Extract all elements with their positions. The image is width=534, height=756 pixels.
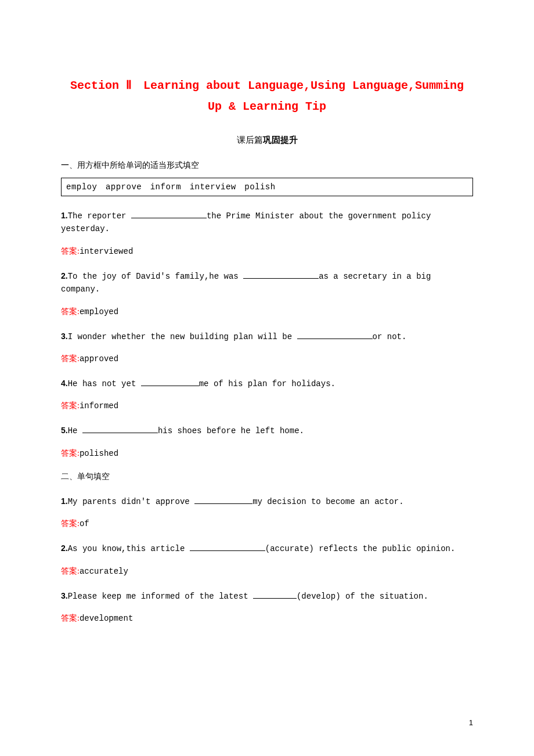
question-number: 1. [61, 496, 68, 506]
answer-5: 答案:polished [61, 448, 473, 459]
answer-value: of [80, 519, 89, 528]
answer-value: accurately [80, 567, 128, 576]
s2-answer-1: 答案:of [61, 519, 473, 529]
answer-value: development [80, 614, 133, 623]
blank-input[interactable] [190, 543, 265, 551]
subtitle-prefix: 课后篇 [237, 135, 263, 145]
section1-heading: 一、用方框中所给单词的适当形式填空 [61, 160, 473, 171]
answer-value: informed [80, 401, 118, 411]
page-number: 1 [469, 718, 473, 727]
question-hint: (accurate) reflects the public opinion. [265, 544, 456, 553]
blank-input[interactable] [253, 591, 297, 599]
s2-question-3: 3.Please keep me informed of the latest … [61, 589, 473, 603]
answer-label: 答案: [61, 401, 80, 410]
answer-value: interviewed [80, 247, 133, 256]
subtitle-bold: 巩固提升 [263, 135, 298, 145]
question-text-after: me of his plan for holidays. [199, 379, 335, 388]
answer-label: 答案: [61, 307, 80, 316]
s2-question-2: 2.As you know,this article (accurate) re… [61, 542, 473, 555]
question-number: 1. [61, 211, 68, 220]
answer-label: 答案: [61, 519, 80, 528]
blank-input[interactable] [194, 496, 252, 504]
blank-input[interactable] [131, 210, 207, 218]
question-4: 4.He has not yet me of his plan for holi… [61, 377, 473, 390]
blank-input[interactable] [141, 378, 199, 386]
answer-value: polished [80, 449, 118, 458]
answer-2: 答案:employed [61, 307, 473, 317]
s2-answer-3: 答案:development [61, 613, 473, 624]
question-text-before: To the joy of David's family,he was [68, 272, 243, 281]
answer-value: approved [80, 354, 118, 363]
blank-input[interactable] [243, 271, 319, 279]
blank-input[interactable] [297, 331, 373, 339]
document-subtitle: 课后篇巩固提升 [61, 135, 473, 146]
question-3: 3.I wonder whether the new building plan… [61, 330, 473, 343]
s2-answer-2: 答案:accurately [61, 566, 473, 577]
blank-input[interactable] [82, 425, 158, 433]
question-number: 3. [61, 332, 68, 341]
answer-label: 答案: [61, 449, 80, 458]
question-hint: (develop) of the situation. [297, 592, 428, 601]
section2-heading: 二、单句填空 [61, 471, 473, 482]
answer-label: 答案: [61, 354, 80, 363]
answer-label: 答案: [61, 614, 80, 622]
question-2: 2.To the joy of David's family,he was as… [61, 269, 473, 296]
question-number: 4. [61, 379, 68, 388]
question-text-before: He has not yet [68, 379, 141, 388]
answer-label: 答案: [61, 247, 80, 255]
question-text-before: I wonder whether the new building plan w… [68, 332, 297, 341]
answer-value: employed [80, 307, 118, 316]
question-text-before: As you know,this article [68, 544, 190, 553]
question-text-before: The reporter [68, 211, 131, 221]
question-number: 2. [61, 543, 68, 553]
question-number: 3. [61, 591, 68, 600]
question-text-after: my decision to become an actor. [252, 497, 403, 506]
answer-1: 答案:interviewed [61, 246, 473, 257]
question-1: 1.The reporter the Prime Minister about … [61, 209, 473, 236]
question-text-before: He [68, 426, 82, 435]
answer-label: 答案: [61, 567, 80, 575]
answer-4: 答案:informed [61, 401, 473, 411]
s2-question-1: 1.My parents didn't approve my decision … [61, 495, 473, 508]
question-text-before: Please keep me informed of the latest [68, 592, 253, 601]
word-box: employ approve inform interview polish [61, 178, 473, 196]
question-text-after: or not. [373, 332, 407, 341]
question-5: 5.He his shoes before he left home. [61, 424, 473, 437]
question-number: 5. [61, 426, 68, 435]
question-text-before: My parents didn't approve [68, 497, 194, 506]
answer-3: 答案:approved [61, 354, 473, 364]
question-number: 2. [61, 271, 68, 280]
document-title: Section Ⅱ Learning about Language,Using … [61, 75, 473, 117]
question-text-after: his shoes before he left home. [158, 426, 304, 435]
